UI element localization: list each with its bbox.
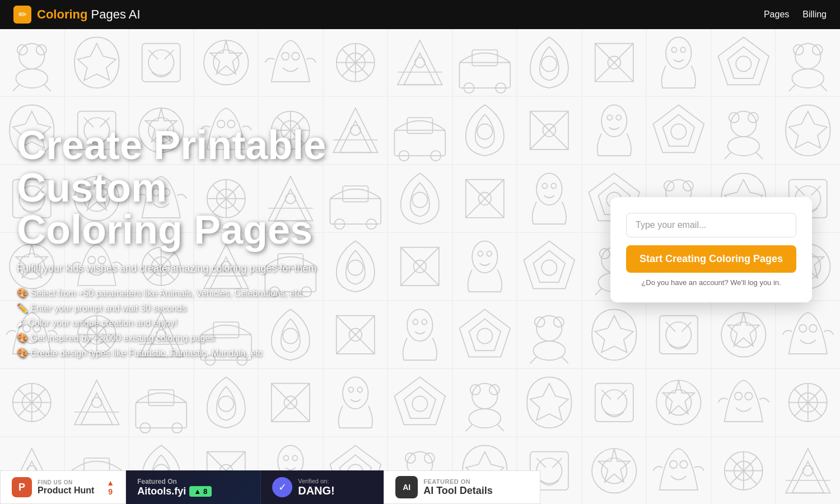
svg-line-8: [148, 50, 158, 59]
svg-point-161: [534, 341, 566, 360]
svg-point-58: [477, 124, 492, 139]
pages-link[interactable]: Pages: [764, 10, 789, 20]
grid-cell: [517, 29, 581, 96]
svg-point-173: [809, 324, 817, 332]
svg-point-10: [204, 40, 248, 85]
ai-tool-details-badge[interactable]: AI FEATURED ON AI Tool Details: [384, 470, 540, 504]
ai-tool-logo-icon: AI: [395, 476, 418, 498]
cta-button[interactable]: Start Creating Coloring Pages: [626, 245, 796, 273]
grid-cell: [324, 29, 388, 96]
grid-cell: [712, 29, 776, 96]
email-input[interactable]: [626, 213, 796, 237]
svg-rect-182: [136, 403, 186, 428]
svg-point-94: [551, 183, 556, 188]
svg-point-31: [736, 56, 751, 71]
svg-line-164: [530, 357, 536, 363]
grid-cell: [0, 29, 64, 96]
grid-cell: [517, 369, 581, 436]
navbar: ✏ Coloring Pages AI Pages Billing: [0, 0, 840, 29]
svg-point-32: [796, 44, 821, 69]
svg-point-205: [745, 393, 753, 400]
svg-point-189: [348, 388, 353, 393]
svg-point-237: [680, 460, 688, 468]
grid-cell: [712, 301, 776, 368]
svg-line-37: [821, 85, 827, 91]
dang-brand-name: DANG!: [298, 484, 335, 497]
feature-item-2: ✏️ Enter your prompt and wait 30 seconds: [17, 303, 454, 314]
svg-point-170: [721, 312, 766, 357]
svg-point-66: [729, 113, 739, 123]
svg-point-221: [283, 455, 288, 460]
svg-rect-22: [459, 63, 510, 88]
svg-point-28: [666, 37, 691, 69]
grid-cell: [129, 369, 193, 436]
grid-cell: [776, 369, 840, 436]
product-hunt-badge[interactable]: P FIND US ON Product Hunt ▲ 9: [0, 470, 126, 504]
feature-item-3: 🖌 Color your unique creation and enjoy!: [17, 318, 454, 328]
grid-cell: [65, 369, 129, 436]
ph-number: 9: [108, 487, 113, 496]
svg-point-204: [735, 393, 743, 400]
feature-item-4: 🎨 Get inspired by +2,000 existing colori…: [17, 333, 454, 343]
grid-cell: [259, 29, 323, 96]
svg-line-68: [725, 153, 731, 159]
svg-point-202: [656, 380, 701, 424]
dang-check-icon: ✓: [272, 477, 292, 497]
grid-cell: [65, 29, 129, 96]
logo-text: Coloring Pages AI: [37, 7, 141, 22]
grid-cell: [453, 301, 517, 368]
grid-cell: [776, 97, 840, 164]
ai-tool-name: AI Tool Details: [423, 485, 493, 497]
svg-point-92: [536, 173, 562, 205]
svg-line-232: [536, 458, 546, 468]
svg-point-35: [813, 45, 823, 55]
svg-line-200: [601, 390, 611, 399]
dang-verified-label: Verified on:: [298, 478, 329, 484]
svg-point-12: [282, 53, 290, 60]
grid-cell: [129, 29, 193, 96]
svg-point-130: [599, 249, 609, 259]
svg-point-192: [472, 384, 497, 409]
aitools-brand-text: Aitools.fyi: [137, 486, 186, 497]
svg-point-1: [16, 69, 48, 88]
svg-point-64: [731, 111, 756, 137]
svg-point-93: [543, 183, 548, 188]
logo[interactable]: ✏ Coloring Pages AI: [13, 6, 141, 24]
nav-links: Pages Billing: [764, 10, 827, 20]
svg-point-195: [489, 385, 499, 395]
ph-name: Product Hunt: [38, 486, 94, 496]
svg-point-0: [19, 44, 44, 69]
svg-point-33: [792, 69, 824, 88]
aitools-featured-label: Featured On: [137, 478, 212, 486]
svg-point-26: [542, 56, 557, 71]
grid-cell: [582, 369, 646, 436]
svg-point-191: [412, 396, 427, 411]
aitools-badge[interactable]: Featured On Aitools.fyi ▲ 8: [126, 470, 260, 504]
svg-point-60: [601, 105, 627, 137]
svg-point-29: [672, 47, 677, 52]
billing-link[interactable]: Billing: [802, 10, 827, 20]
ph-text: FIND US ON Product Hunt: [38, 479, 94, 496]
svg-point-63: [671, 124, 687, 139]
feature-item-1: 🎨 Select from +50 parameters like Animal…: [17, 288, 454, 298]
svg-line-5: [44, 85, 50, 91]
svg-point-11: [213, 50, 239, 75]
aitools-text: Featured On Aitools.fyi ▲ 8: [137, 478, 212, 497]
svg-point-188: [343, 377, 368, 409]
svg-point-21: [415, 58, 425, 68]
svg-line-168: [666, 322, 675, 332]
svg-point-162: [535, 317, 545, 327]
svg-point-34: [794, 45, 804, 55]
logo-regular: Pages AI: [87, 7, 140, 21]
grid-cell: [388, 29, 452, 96]
svg-point-171: [731, 322, 756, 347]
svg-line-9: [165, 50, 174, 59]
grid-cell: [453, 29, 517, 96]
dang-badge[interactable]: ✓ Verified on: DANG!: [260, 470, 384, 504]
svg-point-125: [478, 251, 483, 256]
grid-cell: [517, 97, 581, 164]
grid-cell: [582, 29, 646, 96]
svg-rect-23: [472, 50, 497, 66]
svg-line-197: [497, 425, 503, 431]
ph-logo-icon: P: [12, 477, 32, 497]
